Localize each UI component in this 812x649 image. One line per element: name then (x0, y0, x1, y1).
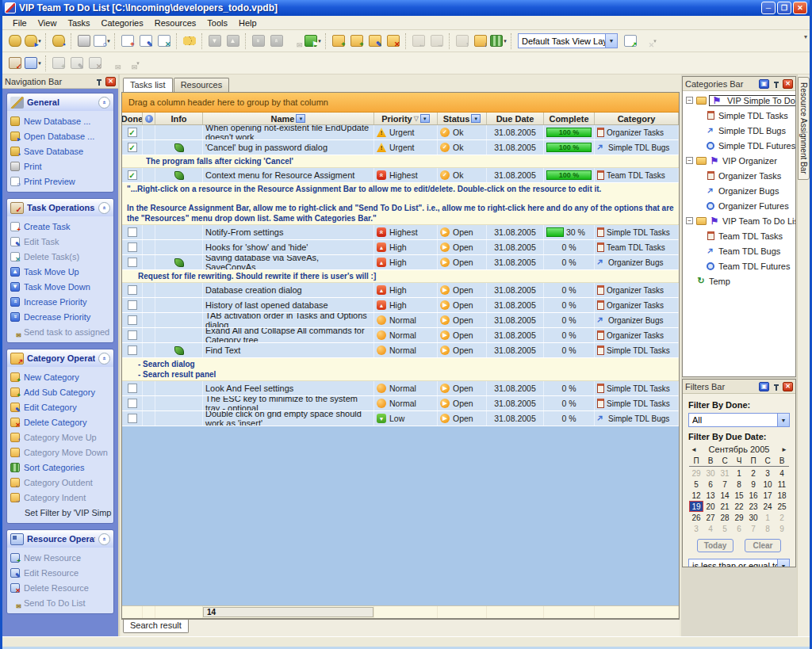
close-icon[interactable]: ✕ (105, 77, 116, 86)
calendar-day[interactable]: 6 (732, 523, 746, 534)
done-checkbox[interactable] (128, 330, 137, 340)
tree-item-organizer-futures[interactable]: Organizer Futures (684, 198, 795, 213)
calendar-day[interactable]: 2 (746, 468, 760, 479)
tree-item-simple-tdl-tasks[interactable]: Simple TDL Tasks (684, 108, 795, 123)
filter-dropdown-icon[interactable]: ▼ (471, 114, 481, 123)
column-header-info[interactable]: Info (155, 113, 203, 124)
calendar-day[interactable]: 16 (746, 490, 760, 501)
menu-tools[interactable]: Tools (201, 17, 233, 29)
pin-icon[interactable] (94, 77, 104, 86)
calendar-day[interactable]: 20 (703, 501, 718, 512)
nav-item-send-to-do-list[interactable]: ✉Send To Do List (10, 595, 112, 610)
menu-help[interactable]: Help (233, 17, 262, 29)
calendar-day[interactable]: 9 (746, 479, 760, 490)
nav-item-send-task-to-assigned-res[interactable]: ✉Send task to assigned res... (10, 324, 112, 339)
resources-view-button[interactable]: ▾ (24, 54, 42, 72)
print-preview-button[interactable]: ○▾ (93, 32, 111, 50)
table-row[interactable]: Notify-From settings«Highest▶Open31.08.2… (122, 225, 679, 240)
menu-file[interactable]: File (7, 17, 33, 29)
pin-icon[interactable] (771, 382, 781, 391)
table-row[interactable]: Double click on grid empty space should … (122, 411, 679, 426)
chevron-up-icon[interactable]: « (98, 353, 110, 365)
new-database-button[interactable] (6, 32, 24, 50)
nav-item-print[interactable]: Print (10, 158, 112, 174)
done-checkbox[interactable] (128, 258, 137, 267)
tree-item-organizer-tasks[interactable]: Organizer Tasks (684, 168, 795, 183)
tree-item-simple-tdl-futures[interactable]: Simple TDL Futures (684, 138, 795, 153)
tree-item-temp[interactable]: ↻Temp (684, 273, 795, 288)
table-row[interactable]: Database creation dialog▲High▶Open31.08.… (122, 283, 679, 298)
nav-item-category-indent[interactable]: →Category Indent (10, 490, 112, 505)
nav-section-header[interactable]: Resource Operati...« (7, 530, 113, 548)
tab-tasks-list[interactable]: Tasks list (123, 78, 173, 92)
collapse-icon[interactable]: − (686, 157, 693, 164)
done-checkbox[interactable] (128, 399, 137, 408)
nav-item-print-preview[interactable]: ○Print Preview (10, 174, 112, 189)
calendar-day[interactable]: 1 (760, 512, 775, 523)
filter-by-done-select[interactable]: All ▼ (688, 413, 790, 427)
calendar-day[interactable]: 6 (703, 479, 718, 490)
table-row[interactable]: ✓'Cancel' bug in password dialog!Urgent✓… (122, 140, 679, 155)
table-row[interactable]: History of last opened database▲High▶Ope… (122, 298, 679, 313)
tab-search-result[interactable]: Search result (123, 620, 189, 633)
chevron-down-icon[interactable]: ▼ (605, 34, 617, 48)
nav-item-open-database[interactable]: ▸Open Database ... (10, 128, 112, 143)
tree-item-vip-team-to-do-list[interactable]: −⚑VIP Team To Do List (684, 213, 795, 228)
table-row[interactable]: ✓When opening not-existent file EndUpdat… (122, 125, 679, 140)
collapse-icon[interactable]: − (686, 217, 693, 224)
calendar-day[interactable]: 22 (732, 501, 746, 512)
nav-item-add-sub-category[interactable]: +Add Sub Category (10, 384, 112, 399)
calendar-day[interactable]: 31 (718, 468, 732, 479)
calendar-prev-icon[interactable]: ◄ (688, 446, 699, 453)
print-button[interactable] (75, 32, 93, 50)
done-checkbox[interactable] (128, 414, 137, 423)
new-category-button[interactable]: + (329, 32, 347, 50)
column-header-priority[interactable]: Priority▽▼ (374, 113, 438, 124)
calendar-day[interactable]: 15 (732, 490, 746, 501)
calendar-day[interactable]: 30 (703, 468, 718, 479)
calendar-day[interactable]: 28 (718, 512, 732, 523)
minimize-button[interactable]: ─ (761, 2, 776, 14)
calendar-day[interactable]: 14 (718, 490, 732, 501)
find-button[interactable] (180, 32, 198, 50)
column-header-name[interactable]: Name▼ (203, 113, 374, 124)
calendar-day[interactable]: 29 (689, 468, 703, 479)
today-button[interactable]: Today (697, 539, 733, 552)
tree-item-team-tdl-bugs[interactable]: Team TDL Bugs (684, 243, 795, 258)
pin-icon[interactable] (771, 79, 781, 89)
calendar-day[interactable]: 27 (703, 512, 718, 523)
menu-resources[interactable]: Resources (149, 17, 202, 29)
nav-section-header[interactable]: Category Operati...« (7, 349, 113, 367)
float-panel-icon[interactable]: ▣ (759, 382, 769, 391)
nav-item-category-outdent[interactable]: ←Category Outdent (10, 475, 112, 490)
nav-item-delete-category[interactable]: ✕Delete Category (10, 414, 112, 429)
close-icon[interactable]: ✕ (783, 79, 793, 89)
add-sub-category-button[interactable]: + (347, 32, 366, 50)
nav-item-edit-category[interactable]: ✎Edit Category (10, 399, 112, 414)
done-checkbox[interactable] (128, 242, 137, 252)
done-checkbox[interactable]: ✓ (128, 170, 137, 180)
calendar-day[interactable]: 24 (760, 501, 775, 512)
nav-item-edit-task[interactable]: ✎Edit Task (10, 234, 112, 249)
column-header-done[interactable]: Done (122, 113, 143, 124)
done-checkbox[interactable] (128, 285, 137, 295)
save-database-button[interactable]: ▪ (49, 32, 67, 50)
column-header-status[interactable]: Status▼ (438, 113, 487, 124)
done-checkbox[interactable] (128, 315, 137, 325)
calendar-day[interactable]: 7 (746, 523, 760, 534)
maximize-button[interactable]: ❐ (777, 2, 791, 14)
calendar-day[interactable]: 26 (689, 512, 703, 523)
close-icon[interactable]: ✕ (783, 382, 793, 391)
nav-item-create-task[interactable]: +Create Task (10, 219, 112, 234)
calendar-day[interactable]: 8 (732, 479, 746, 490)
calendar-day[interactable]: 29 (732, 512, 746, 523)
done-checkbox[interactable] (128, 227, 137, 237)
calendar-day[interactable]: 11 (775, 479, 789, 490)
nav-section-header[interactable]: General« (7, 94, 113, 111)
nav-item-new-resource[interactable]: +New Resource (10, 550, 112, 565)
sort-categories-button[interactable]: ▾ (489, 32, 508, 50)
nav-item-delete-resource[interactable]: ✕Delete Resource (10, 580, 112, 595)
nav-item-task-move-up[interactable]: ▲Task Move Up (10, 264, 112, 279)
calendar-next-icon[interactable]: ► (779, 446, 790, 453)
calendar-day[interactable]: 12 (689, 490, 703, 501)
